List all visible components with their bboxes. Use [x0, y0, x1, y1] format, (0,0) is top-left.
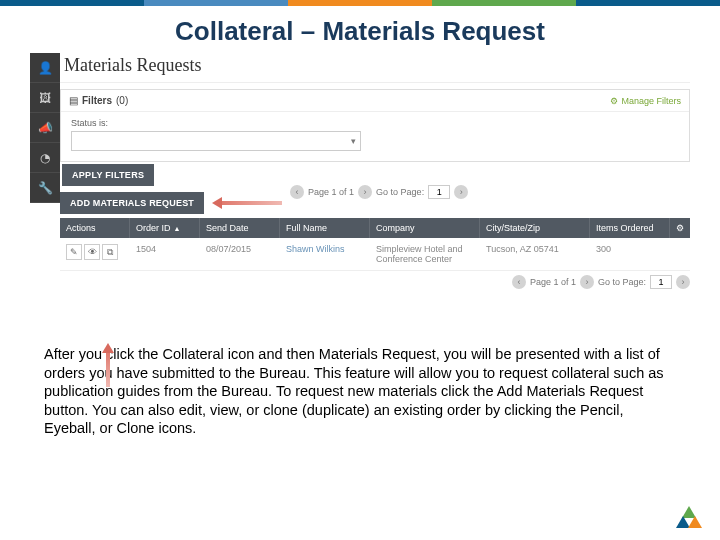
- arrow-annotation: [212, 199, 282, 207]
- chart-icon[interactable]: ◔: [30, 143, 60, 173]
- page-title: Materials Requests: [60, 53, 690, 83]
- table-row: ✎ 👁 ⧉ 1504 08/07/2015 Shawn Wilkins Simp…: [60, 238, 690, 271]
- table-header: Actions Order ID▲ Send Date Full Name Co…: [60, 218, 690, 238]
- slide-title: Collateral – Materials Request: [0, 6, 720, 53]
- sidebar: 👤 🖼 📣 ◔ 🔧: [30, 53, 60, 203]
- col-actions: Actions: [60, 218, 130, 238]
- slide-caption: After you click the Collateral icon and …: [44, 345, 676, 438]
- apply-filters-button[interactable]: APPLY FILTERS: [62, 164, 154, 186]
- goto-page-button[interactable]: ›: [454, 185, 468, 199]
- status-label: Status is:: [71, 118, 679, 128]
- cell-full-name[interactable]: Shawn Wilkins: [280, 238, 370, 270]
- cell-items: 300: [590, 238, 690, 270]
- edit-icon[interactable]: ✎: [66, 244, 82, 260]
- goto-page-input[interactable]: [650, 275, 672, 289]
- goto-page-button[interactable]: ›: [676, 275, 690, 289]
- status-select[interactable]: ▾: [71, 131, 361, 151]
- pager-bottom: ‹ Page 1 of 1 › Go to Page: ›: [60, 275, 690, 289]
- cell-order-id: 1504: [130, 238, 200, 270]
- col-company[interactable]: Company: [370, 218, 480, 238]
- picture-icon[interactable]: 🖼: [30, 83, 60, 113]
- manage-filters-label: Manage Filters: [621, 96, 681, 106]
- col-order-id[interactable]: Order ID▲: [130, 218, 200, 238]
- chevron-down-icon: ▾: [351, 136, 356, 146]
- next-page-button[interactable]: ›: [358, 185, 372, 199]
- col-location[interactable]: City/State/Zip: [480, 218, 590, 238]
- col-items[interactable]: Items Ordered: [590, 218, 670, 238]
- view-icon[interactable]: 👁: [84, 244, 100, 260]
- arrow-annotation-vertical: [102, 343, 114, 387]
- clone-icon[interactable]: ⧉: [102, 244, 118, 260]
- goto-page-input[interactable]: [428, 185, 450, 199]
- person-icon[interactable]: 👤: [30, 53, 60, 83]
- cell-company: Simpleview Hotel and Conference Center: [370, 238, 480, 270]
- prev-page-button[interactable]: ‹: [512, 275, 526, 289]
- table-settings-button[interactable]: ⚙: [670, 218, 690, 238]
- next-page-button[interactable]: ›: [580, 275, 594, 289]
- manage-filters-link[interactable]: ⚙ Manage Filters: [610, 95, 681, 106]
- pager-top: ‹ Page 1 of 1 › Go to Page: ›: [290, 185, 468, 199]
- gear-icon: ⚙: [610, 96, 618, 106]
- accent-stripe: [0, 0, 720, 6]
- wrench-icon[interactable]: 🔧: [30, 173, 60, 203]
- add-materials-request-button[interactable]: ADD MATERIALS REQUEST: [60, 192, 204, 214]
- prev-page-button[interactable]: ‹: [290, 185, 304, 199]
- page-text: Page 1 of 1: [530, 277, 576, 287]
- goto-label: Go to Page:: [598, 277, 646, 287]
- filters-panel: ▤ Filters (0) ⚙ Manage Filters Status is…: [60, 89, 690, 162]
- col-full-name[interactable]: Full Name: [280, 218, 370, 238]
- bullhorn-icon[interactable]: 📣: [30, 113, 60, 143]
- page-text: Page 1 of 1: [308, 187, 354, 197]
- sort-asc-icon: ▲: [174, 225, 181, 232]
- filters-count: (0): [116, 95, 128, 106]
- cell-send-date: 08/07/2015: [200, 238, 280, 270]
- filters-heading: Filters: [82, 95, 112, 106]
- filters-toggle-icon[interactable]: ▤: [69, 95, 78, 106]
- brand-logo: [676, 506, 702, 528]
- cell-location: Tucson, AZ 05741: [480, 238, 590, 270]
- app-frame: 👤 🖼 📣 ◔ 🔧 Materials Requests ▤ Filters (…: [30, 53, 690, 289]
- materials-table: Actions Order ID▲ Send Date Full Name Co…: [60, 218, 690, 271]
- goto-label: Go to Page:: [376, 187, 424, 197]
- col-send-date[interactable]: Send Date: [200, 218, 280, 238]
